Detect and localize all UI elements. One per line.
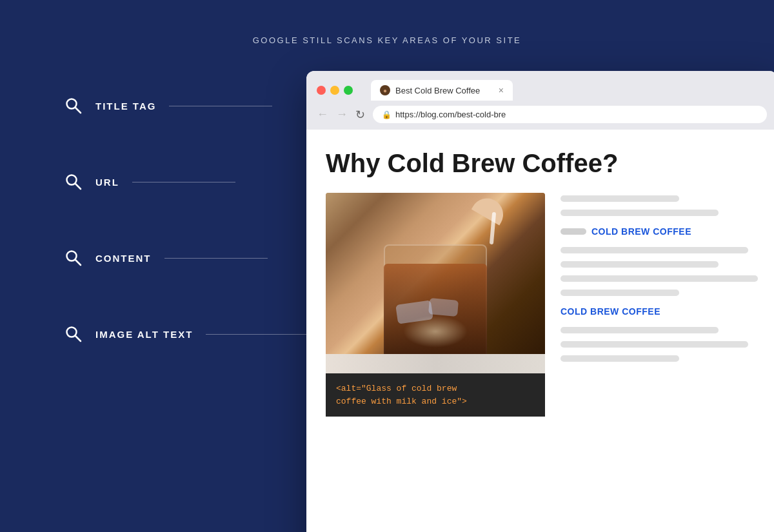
text-line-3 [561,247,748,253]
text-line-9 [561,355,679,362]
text-line-6 [561,290,679,296]
search-icon-title-tag [64,97,83,115]
svg-line-3 [75,184,81,190]
page-heading: Why Cold Brew Coffee? [326,149,758,177]
search-icon-url [64,173,83,191]
text-line-5 [561,275,758,282]
content-label: CONTENT [95,253,152,264]
keyword-row-1: COLD BREW COFFEE [561,224,758,239]
sidebar-item-url: URL [64,173,310,191]
title-tag-line [169,106,272,106]
content-line-hr [164,258,268,259]
line-prefix-1 [561,228,586,235]
tab-close-button[interactable]: × [499,85,504,95]
browser-chrome: ● Best Cold Brew Coffee × [306,71,774,101]
sidebar-item-content: CONTENT [64,249,310,267]
url-line [132,182,235,182]
traffic-light-yellow[interactable] [330,86,339,95]
image-alt-label: IMAGE ALT TEXT [95,329,193,340]
traffic-light-red[interactable] [317,86,326,95]
search-icon-image-alt [64,325,83,343]
refresh-button[interactable]: ↻ [355,108,365,122]
traffic-lights [317,86,353,95]
lock-icon: 🔒 [382,110,392,119]
tab-title: Best Cold Brew Coffee [395,86,493,95]
traffic-light-green[interactable] [344,86,353,95]
forward-button[interactable]: → [336,108,348,121]
text-line-8 [561,341,748,348]
svg-line-7 [75,336,81,342]
main-layout: TITLE TAG URL CONTENT [0,71,774,519]
text-line-7 [561,327,719,333]
alt-text-line1: <alt="Glass of cold brew [336,384,457,393]
alt-text-line2: coffee with milk and ice"> [336,397,467,406]
svg-line-5 [75,260,81,266]
browser-nav: ← → ↻ 🔒 https://blog.com/best-cold-bre [306,101,774,130]
alt-text-overlay: <alt="Glass of cold brew coffee with mil… [326,373,545,417]
keyword-link-first[interactable]: COLD BREW COFFEE [591,226,691,237]
browser-window: ● Best Cold Brew Coffee × ← → ↻ 🔒 https:… [306,71,774,532]
content-row: <alt="Glass of cold brew coffee with mil… [326,193,758,532]
page-content-area: Why Cold Brew Coffee? [306,130,774,532]
page-subtitle: GOOGLE STILL SCANS KEY AREAS OF YOUR SIT… [0,0,774,71]
title-tag-label: TITLE TAG [95,101,156,112]
svg-line-1 [75,108,81,113]
sidebar-item-image-alt: IMAGE ALT TEXT [64,325,310,343]
address-bar[interactable]: 🔒 https://blog.com/best-cold-bre [373,106,767,123]
keyword-link-second[interactable]: COLD BREW COFFEE [561,306,758,317]
url-label: URL [95,177,119,188]
tab-favicon: ● [380,85,390,95]
coffee-image [326,193,545,373]
text-line-1 [561,195,679,202]
browser-content: Why Cold Brew Coffee? [306,130,774,532]
image-alt-line [206,334,309,335]
image-container: <alt="Glass of cold brew coffee with mil… [326,193,545,532]
text-line-2 [561,210,719,216]
back-button[interactable]: ← [317,108,328,121]
search-icon-content [64,249,83,267]
tab-bar: ● Best Cold Brew Coffee × [317,80,767,101]
sidebar: TITLE TAG URL CONTENT [0,71,310,519]
text-line-4 [561,261,719,268]
sidebar-item-title-tag: TITLE TAG [64,97,310,115]
right-text-panel: COLD BREW COFFEE COLD BREW COFFEE [561,193,758,532]
url-text: https://blog.com/best-cold-bre [395,110,506,119]
browser-tab[interactable]: ● Best Cold Brew Coffee × [371,80,513,101]
